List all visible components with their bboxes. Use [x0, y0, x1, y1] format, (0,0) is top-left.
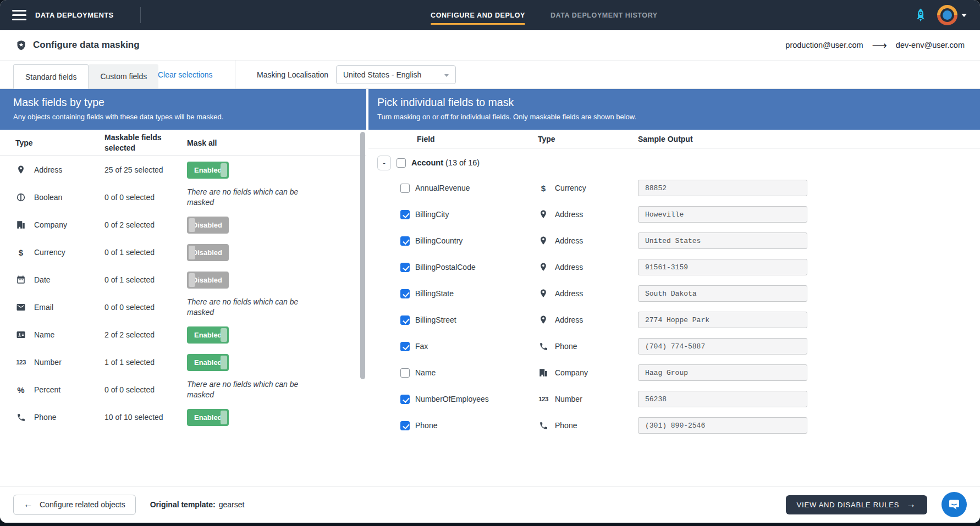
nav-tab-data-deployment-history[interactable]: DATA DEPLOYMENT HISTORY [550, 0, 658, 30]
left-panel-scrollbar[interactable] [360, 132, 365, 379]
field-name: NumberOfEmployees [415, 395, 489, 403]
masking-localisation-select[interactable]: United States - English [336, 65, 456, 84]
field-name: Name [415, 368, 436, 377]
company-icon [538, 368, 549, 378]
field-mask-checkbox[interactable] [400, 236, 410, 246]
column-header-sample-output: Sample Output [638, 135, 807, 143]
tab-standard-fields[interactable]: Standard fields [13, 64, 89, 89]
mask-all-toggle[interactable]: Disabled [187, 244, 229, 261]
individual-fields-column-headers: Field Type Sample Output [368, 130, 980, 148]
maskable-fields-selected: 0 of 0 selected [104, 385, 187, 394]
field-type-label: Currency [555, 184, 586, 192]
sample-output-value: (301) 890-2546 [638, 417, 807, 434]
collapse-group-button[interactable]: - [377, 156, 391, 170]
chat-widget-button[interactable] [942, 492, 967, 517]
field-mask-checkbox[interactable] [400, 342, 410, 351]
field-mask-checkbox[interactable] [400, 184, 410, 193]
mask-all-toggle[interactable]: Disabled [187, 217, 229, 234]
page-title-group: Configure data masking [15, 40, 140, 51]
boolean-icon [15, 192, 26, 202]
user-menu[interactable] [937, 5, 967, 25]
sample-output-value: South Dakota [638, 285, 807, 302]
sample-output-value: 2774 Hoppe Park [638, 312, 807, 328]
company-icon [15, 220, 26, 230]
footer-bar: ← Configure related objects Original tem… [0, 486, 980, 523]
type-label: Percent [34, 385, 60, 394]
column-header-type: Type [15, 139, 104, 147]
field-mask-checkbox[interactable] [400, 395, 410, 404]
toolbar: Standard fields Custom fields Clear sele… [0, 60, 980, 89]
mask-all-toggle[interactable]: Disabled [187, 272, 229, 289]
mask-by-type-column-headers: Type Maskable fields selected Mask all [0, 130, 366, 156]
sample-output-value: Haag Group [638, 364, 807, 381]
field-row: BillingCityAddressHoweville [368, 201, 980, 228]
masking-localisation-label: Masking Localisation [257, 60, 328, 88]
mask-by-type-panel: Mask fields by type Any objects containi… [0, 89, 366, 486]
chat-bubble-icon [948, 498, 961, 511]
toggle-label: Disabled [192, 276, 222, 284]
mask-all-toggle[interactable]: Enabled [187, 162, 229, 179]
phone-icon [15, 413, 26, 422]
type-label: Address [34, 165, 62, 174]
toggle-knob [189, 246, 195, 259]
mask-all-toggle[interactable]: Enabled [187, 409, 229, 426]
field-mask-checkbox[interactable] [400, 263, 410, 272]
field-mask-checkbox[interactable] [400, 289, 410, 298]
toggle-label: Enabled [194, 358, 222, 367]
field-name: AnnualRevenue [415, 184, 470, 192]
nav-tabs: CONFIGURE AND DEPLOY DATA DEPLOYMENT HIS… [431, 0, 658, 30]
address-icon [15, 165, 26, 175]
field-type-label: Number [555, 395, 582, 403]
mask-by-type-table: Type Maskable fields selected Mask all A… [0, 130, 366, 486]
field-mask-checkbox[interactable] [400, 421, 410, 430]
source-environment: production@user.com [785, 41, 863, 49]
clear-selections-link[interactable]: Clear selections [158, 60, 213, 88]
app-window: DATA DEPLOYMENTS CONFIGURE AND DEPLOY DA… [0, 0, 980, 523]
hamburger-menu-icon[interactable] [12, 10, 26, 20]
field-row: PhonePhone(301) 890-2546 [368, 412, 980, 439]
toggle-label: Enabled [194, 331, 222, 339]
view-and-disable-rules-button[interactable]: VIEW AND DISABLE RULES → [786, 495, 927, 514]
individual-fields-header: Pick individual fields to mask Turn mask… [368, 89, 980, 130]
nav-tab-configure-and-deploy[interactable]: CONFIGURE AND DEPLOY [431, 0, 525, 30]
mask-all-toggle[interactable]: Enabled [187, 354, 229, 371]
environment-pair: production@user.com ⟶ dev-env@user.com [785, 39, 965, 52]
toolbar-divider [235, 60, 235, 88]
original-template-value: gearset [219, 500, 245, 509]
field-name: BillingCountry [415, 236, 463, 245]
masking-localisation-value: United States - English [343, 70, 421, 79]
rocket-icon[interactable] [913, 7, 928, 24]
tab-custom-fields[interactable]: Custom fields [89, 64, 158, 89]
mask-type-row: Phone10 of 10 selectedEnabled [0, 403, 366, 431]
field-mask-checkbox[interactable] [400, 210, 410, 219]
field-row: NumberOfEmployees123Number56238 [368, 386, 980, 412]
object-group-checkbox[interactable] [397, 158, 406, 168]
configure-related-objects-button[interactable]: ← Configure related objects [13, 495, 136, 515]
nav-divider [140, 7, 141, 23]
mask-all-toggle[interactable]: Enabled [187, 326, 229, 344]
address-icon [538, 315, 549, 325]
chevron-down-icon [961, 14, 967, 17]
object-group-label: Account (13 of 16) [411, 158, 480, 167]
mask-type-row: Email0 of 0 selectedThere are no fields … [0, 294, 366, 321]
address-icon [538, 262, 549, 272]
field-mask-checkbox[interactable] [400, 315, 410, 325]
field-type-label: Phone [555, 342, 577, 351]
no-maskable-fields-note: There are no fields which can be masked [187, 379, 300, 400]
toggle-knob [221, 328, 227, 342]
field-type-label: Company [555, 368, 588, 377]
main-content: Mask fields by type Any objects containi… [0, 89, 980, 486]
sample-output-value: 88852 [638, 180, 807, 196]
maskable-fields-selected: 2 of 2 selected [104, 330, 187, 339]
mask-type-row: %Percent0 of 0 selectedThere are no fiel… [0, 376, 366, 403]
type-label: Date [34, 275, 51, 284]
name-icon [15, 330, 26, 340]
toggle-label: Enabled [194, 413, 222, 422]
field-type-label: Phone [555, 421, 577, 430]
mask-type-row: Boolean0 of 0 selectedThere are no field… [0, 184, 366, 211]
no-maskable-fields-note: There are no fields which can be masked [187, 187, 300, 208]
field-mask-checkbox[interactable] [400, 368, 410, 378]
maskable-fields-selected: 0 of 1 selected [104, 275, 187, 284]
toggle-knob [189, 218, 195, 232]
app-title: DATA DEPLOYMENTS [35, 11, 114, 19]
